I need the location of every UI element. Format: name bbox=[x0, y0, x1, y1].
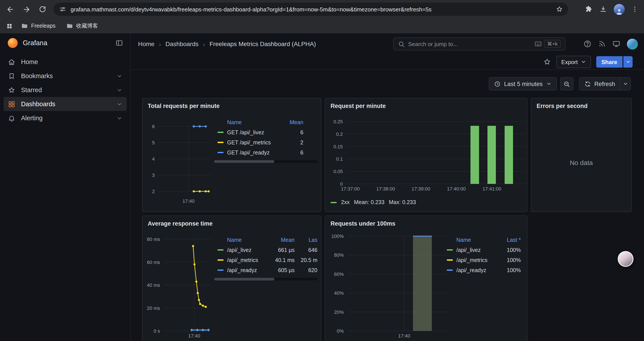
share-button[interactable]: Share bbox=[596, 56, 622, 68]
sidebar-item-alerting[interactable]: Alerting bbox=[4, 111, 127, 125]
svg-text:100%: 100% bbox=[332, 233, 344, 239]
series-color bbox=[218, 132, 224, 133]
site-settings-icon[interactable] bbox=[59, 6, 66, 13]
apps-grid-icon[interactable] bbox=[6, 23, 13, 29]
panel-title[interactable]: Total requests per minute bbox=[142, 98, 220, 113]
panel-title[interactable]: Errors per second bbox=[531, 98, 588, 113]
legend-col-mean[interactable]: Mean bbox=[290, 119, 318, 126]
legend-row[interactable]: /api/_readyz 100% bbox=[447, 265, 524, 275]
svg-text:17:41:00: 17:41:00 bbox=[482, 186, 501, 192]
series-name[interactable]: /api/_metrics bbox=[227, 257, 264, 263]
svg-text:80%: 80% bbox=[334, 252, 344, 258]
breadcrumb-dashboards[interactable]: Dashboards bbox=[166, 40, 198, 47]
panel-requests-under-100ms: Requests under 100ms 100%80%60%40%20%0%1… bbox=[325, 215, 528, 341]
sidebar-item-dashboards[interactable]: Dashboards bbox=[4, 97, 127, 111]
reload-icon[interactable] bbox=[36, 3, 49, 15]
legend-header[interactable]: Name Mean Las bbox=[213, 235, 318, 245]
panel-legend[interactable]: 2xx Mean: 0.233 Max: 0.233 bbox=[330, 199, 416, 205]
series-color bbox=[330, 202, 337, 203]
legend-col-last[interactable]: Las bbox=[294, 237, 318, 243]
user-avatar[interactable] bbox=[627, 38, 638, 49]
series-color bbox=[218, 142, 224, 143]
svg-text:0%: 0% bbox=[337, 328, 344, 334]
dock-sidebar-icon[interactable] bbox=[115, 39, 123, 47]
favorite-star-icon[interactable] bbox=[544, 58, 551, 66]
sidebar-item-bookmarks[interactable]: Bookmarks bbox=[4, 69, 127, 83]
legend-row[interactable]: /api/_readyz 605 µs 620 bbox=[213, 265, 318, 275]
chevron-down-icon bbox=[546, 81, 551, 87]
series-name[interactable]: /api/_readyz bbox=[227, 267, 264, 273]
grafana-logo[interactable] bbox=[7, 37, 18, 49]
series-mean: 6 bbox=[300, 129, 318, 135]
tv-kiosk-icon[interactable] bbox=[612, 40, 620, 48]
search-shortcut: ⌘+k bbox=[535, 40, 561, 48]
series-last: 20.5 m bbox=[294, 257, 318, 263]
browser-menu-icon[interactable] bbox=[631, 6, 638, 13]
panel-title[interactable]: Average response time bbox=[142, 216, 212, 231]
legend-col-name[interactable]: Name bbox=[227, 237, 264, 243]
series-name[interactable]: /api/_metrics bbox=[456, 257, 488, 263]
url-bar[interactable]: grafana.mathmast.com/d/deytv4rwavabkb/fr… bbox=[54, 3, 568, 16]
bookmark-folder-freeleaps[interactable]: Freeleaps bbox=[17, 21, 60, 31]
no-data-message: No data bbox=[531, 159, 631, 166]
series-name[interactable]: /api/_readyz bbox=[456, 267, 486, 273]
legend-header[interactable]: Name Last * bbox=[447, 235, 524, 245]
legend-row[interactable]: /api/_metrics 100% bbox=[447, 255, 524, 265]
series-name[interactable]: GET /api/_readyz bbox=[227, 149, 270, 156]
legend-row[interactable]: GET /api/_metrics 2 bbox=[213, 137, 318, 147]
sidebar-item-label: Home bbox=[21, 58, 38, 65]
browser-toolbar: grafana.mathmast.com/d/deytv4rwavabkb/fr… bbox=[0, 0, 644, 19]
browser-profile-avatar[interactable] bbox=[614, 4, 625, 15]
bookmark-star-icon[interactable] bbox=[556, 6, 563, 13]
legend-row[interactable]: /api/_livez 661 µs 646 bbox=[213, 245, 318, 255]
back-icon[interactable] bbox=[4, 3, 16, 15]
panel-title[interactable]: Request per minute bbox=[325, 98, 386, 113]
legend-col-last[interactable]: Last * bbox=[507, 237, 524, 243]
sidebar-item-home[interactable]: Home bbox=[4, 55, 127, 69]
chevron-down-icon[interactable] bbox=[116, 101, 122, 107]
panel-request-per-minute: Request per minute 0.250.20.150.10.05017… bbox=[325, 98, 528, 212]
panel-title[interactable]: Requests under 100ms bbox=[325, 216, 396, 231]
url-text[interactable]: grafana.mathmast.com/d/deytv4rwavabkb/fr… bbox=[70, 6, 550, 13]
extensions-icon[interactable] bbox=[585, 5, 593, 13]
zoom-out-button[interactable] bbox=[560, 77, 573, 90]
legend-header[interactable]: Name Mean bbox=[213, 118, 318, 127]
refresh-button[interactable]: Refresh bbox=[579, 77, 620, 90]
series-name[interactable]: GET /api/_livez bbox=[227, 129, 264, 135]
sidebar-nav: Home Bookmarks Starred bbox=[0, 53, 130, 125]
search-input[interactable]: Search or jump to... ⌘+k bbox=[393, 37, 566, 51]
legend-col-name[interactable]: Name bbox=[227, 119, 242, 126]
legend-col-mean[interactable]: Mean bbox=[264, 237, 294, 243]
forward-icon[interactable] bbox=[20, 3, 32, 15]
legend-row[interactable]: /api/_livez 100% bbox=[447, 245, 524, 255]
series-name[interactable]: GET /api/_metrics bbox=[227, 139, 271, 146]
scrollbar-thumb[interactable] bbox=[214, 278, 274, 280]
chevron-down-icon[interactable] bbox=[116, 115, 122, 121]
legend-col-name[interactable]: Name bbox=[456, 237, 471, 243]
series-name[interactable]: /api/_livez bbox=[456, 247, 481, 253]
chevron-down-icon[interactable] bbox=[116, 73, 122, 79]
help-icon[interactable] bbox=[584, 40, 592, 48]
series-mean: 2 bbox=[300, 139, 318, 146]
series-name[interactable]: 2xx bbox=[341, 199, 350, 205]
breadcrumb-home[interactable]: Home bbox=[138, 40, 154, 47]
series-last: 100% bbox=[507, 267, 524, 273]
series-name[interactable]: /api/_livez bbox=[227, 247, 264, 253]
sidebar-item-label: Bookmarks bbox=[21, 72, 53, 80]
legend-row[interactable]: GET /api/_readyz 6 bbox=[213, 147, 318, 158]
chevron-down-icon[interactable] bbox=[116, 87, 122, 93]
bell-icon bbox=[8, 114, 15, 122]
scrollbar-thumb[interactable] bbox=[214, 160, 274, 163]
share-menu-button[interactable] bbox=[622, 56, 632, 68]
legend-row[interactable]: /api/_metrics 40.1 ms 20.5 m bbox=[213, 255, 318, 265]
svg-text:5: 5 bbox=[152, 140, 155, 146]
refresh-interval-button[interactable] bbox=[620, 77, 631, 90]
download-icon[interactable] bbox=[599, 5, 607, 13]
news-rss-icon[interactable] bbox=[598, 40, 606, 48]
sidebar-item-starred[interactable]: Starred bbox=[4, 83, 127, 97]
floating-avatar[interactable] bbox=[618, 251, 634, 267]
legend-row[interactable]: GET /api/_livez 6 bbox=[213, 127, 318, 137]
export-button[interactable]: Export bbox=[556, 56, 591, 68]
bookmark-folder-blogs[interactable]: 收藏博客 bbox=[62, 21, 102, 31]
time-range-picker[interactable]: Last 5 minutes bbox=[489, 77, 557, 90]
